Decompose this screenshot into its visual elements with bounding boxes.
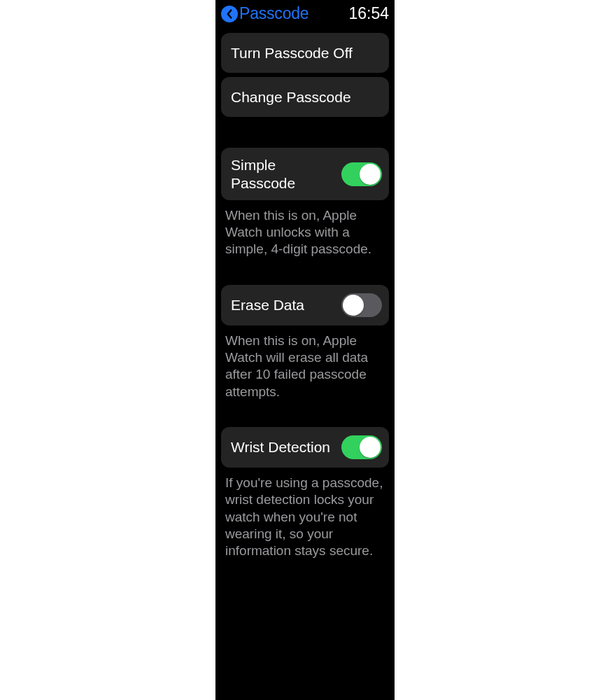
- page-title: Passcode: [239, 4, 308, 23]
- section-gap: [221, 121, 389, 148]
- simple-passcode-label: Simple Passcode: [231, 156, 333, 191]
- erase-data-label: Erase Data: [231, 296, 304, 314]
- wrist-detection-description: If you're using a passcode, wrist detect…: [221, 468, 389, 560]
- toggle-knob: [360, 164, 381, 185]
- toggle-knob: [360, 437, 381, 458]
- header: Passcode 16:54: [221, 3, 389, 29]
- simple-passcode-row[interactable]: Simple Passcode: [221, 148, 389, 200]
- wrist-detection-toggle[interactable]: [341, 435, 382, 459]
- header-left: Passcode: [221, 4, 308, 23]
- toggle-knob: [343, 295, 364, 316]
- simple-passcode-description: When this is on, Apple Watch unlocks wit…: [221, 200, 389, 258]
- chevron-left-icon: [225, 9, 234, 19]
- back-button[interactable]: [221, 6, 238, 22]
- wrist-detection-row[interactable]: Wrist Detection: [221, 427, 389, 468]
- erase-data-row[interactable]: Erase Data: [221, 285, 389, 326]
- watch-screen: Passcode 16:54 Turn Passcode Off Change …: [215, 0, 395, 700]
- erase-data-description: When this is on, Apple Watch will erase …: [221, 326, 389, 400]
- section-gap: [221, 400, 389, 427]
- wrist-detection-label: Wrist Detection: [231, 438, 330, 456]
- simple-passcode-toggle[interactable]: [341, 162, 382, 186]
- status-time: 16:54: [348, 4, 389, 23]
- turn-passcode-off-button[interactable]: Turn Passcode Off: [221, 33, 389, 73]
- change-passcode-button[interactable]: Change Passcode: [221, 77, 389, 117]
- section-gap: [221, 258, 389, 285]
- erase-data-toggle[interactable]: [341, 293, 382, 317]
